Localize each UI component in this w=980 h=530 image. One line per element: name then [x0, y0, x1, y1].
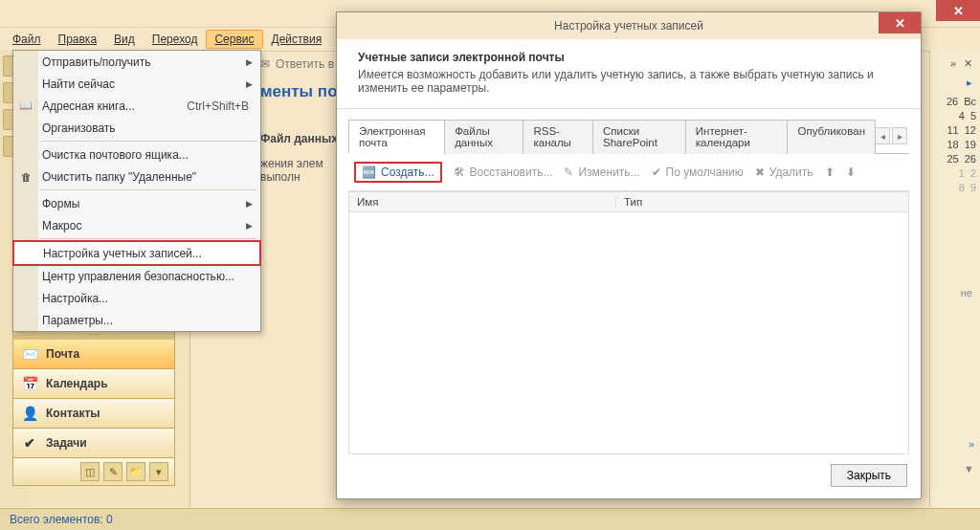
mini-calendar-partial: 26Вс 45 1112 1819 2526 12 89	[930, 89, 980, 201]
tab-rss[interactable]: RSS-каналы	[523, 120, 593, 154]
nav-mail[interactable]: ✉️ Почта	[12, 340, 175, 369]
delete-icon: ✖	[755, 166, 765, 179]
address-book-icon: 📖	[18, 99, 33, 114]
tab-datafiles[interactable]: Файлы данных	[444, 120, 523, 154]
menu-file[interactable]: Файл	[4, 30, 50, 49]
chevron-right-icon[interactable]: »	[950, 57, 956, 69]
menu-find-now[interactable]: Найти сейчас▶	[13, 73, 260, 95]
menu-macro[interactable]: Макрос▶	[13, 214, 260, 236]
tab-scroll[interactable]: ◂▸	[875, 119, 909, 153]
task-dropdown-icon[interactable]: ▼	[964, 463, 974, 475]
contacts-icon: 👤	[21, 405, 38, 422]
menu-go[interactable]: Переход	[144, 30, 207, 49]
move-down-button: ⬇	[846, 166, 856, 179]
content-partial: менты по Файл данных жения элем выполн	[260, 54, 338, 184]
repair-account-button: 🛠 Восстановить...	[454, 166, 553, 179]
nav-tasks[interactable]: ✔ Задачи	[12, 429, 175, 458]
calendar-icon: 📅	[21, 375, 38, 392]
datafile-label: Файл данных	[260, 132, 338, 145]
todo-bar: » ✕ ▸ 26Вс 45 1112 1819 2526 12 89 не » …	[929, 50, 980, 507]
nav-configure-icon[interactable]: ▾	[149, 462, 168, 481]
tab-sharepoint[interactable]: Списки SharePoint	[592, 120, 686, 154]
account-settings-dialog: Настройка учетных записей ✕ Учетные запи…	[336, 11, 922, 499]
dialog-close-button[interactable]: ✕	[879, 12, 921, 33]
menu-view[interactable]: Вид	[105, 30, 144, 49]
menu-send-receive[interactable]: Отправить/получить▶	[13, 51, 260, 73]
dialog-title-bar[interactable]: Настройка учетных записей ✕	[337, 12, 921, 39]
accounts-toolbar: 🆕 Создать... 🛠 Восстановить... ✎ Изменит…	[348, 154, 909, 191]
nav-footer: ◫ ✎ 📁 ▾	[12, 458, 175, 486]
dialog-heading: Учетные записи электронной почты	[358, 51, 900, 64]
menu-trust-center[interactable]: Центр управления безопасностью...	[13, 265, 260, 287]
tasks-icon: ✔	[21, 434, 38, 452]
dialog-title: Настройка учетных записей	[554, 19, 703, 33]
menu-customize[interactable]: Настройка...	[13, 287, 260, 309]
col-name[interactable]: Имя	[349, 196, 616, 208]
dialog-close-footer-button[interactable]: Закрыть	[831, 464, 907, 487]
new-account-button[interactable]: 🆕 Создать...	[362, 166, 434, 179]
tab-email[interactable]: Электронная почта	[348, 120, 445, 154]
accounts-list[interactable]	[348, 212, 909, 454]
menu-tools[interactable]: Сервис	[206, 30, 262, 49]
navigation-pane: ····· ✉️ Почта 📅 Календарь 👤 Контакты ✔ …	[12, 331, 175, 486]
nav-shortcut-icon[interactable]: ✎	[103, 462, 122, 481]
todo-chevron[interactable]: ▸	[930, 77, 980, 89]
remove-account-button: ✖ Удалить	[755, 166, 813, 179]
dialog-subheading: Имеется возможность добавить или удалить…	[358, 68, 900, 95]
new-account-button-highlight: 🆕 Создать...	[354, 162, 442, 183]
content-line2: выполн	[260, 170, 338, 184]
change-account-button: ✎ Изменить...	[564, 166, 639, 179]
check-icon: ✔	[652, 166, 661, 179]
tab-internet-calendars[interactable]: Интернет-календари	[685, 120, 789, 154]
nav-grip[interactable]: ·····	[12, 331, 175, 340]
new-icon: 🆕	[362, 166, 376, 179]
dialog-tabs: Электронная почта Файлы данных RSS-канал…	[348, 119, 909, 154]
menu-account-settings[interactable]: Настройка учетных записей...	[12, 240, 261, 266]
tools-dropdown: Отправить/получить▶ Найти сейчас▶ 📖 Адре…	[12, 50, 261, 332]
menu-edit[interactable]: Правка	[50, 30, 106, 49]
status-bar: Всего элементов: 0	[0, 508, 980, 530]
status-text: Всего элементов: 0	[10, 513, 113, 526]
close-icon[interactable]: ✕	[964, 57, 972, 70]
accounts-list-header: Имя Тип	[348, 191, 909, 212]
tab-published[interactable]: Опубликован	[787, 120, 876, 154]
trash-icon: 🗑	[18, 169, 33, 185]
menu-actions[interactable]: Действия	[263, 30, 331, 49]
窗口-close-button[interactable]: ✕	[936, 0, 980, 21]
menu-address-book[interactable]: 📖 Адресная книга... Ctrl+Shift+B	[13, 95, 260, 117]
move-up-button: ⬆	[825, 166, 835, 179]
mail-icon: ✉️	[21, 345, 38, 363]
menu-empty-deleted[interactable]: 🗑 Очистить папку "Удаленные"	[13, 166, 260, 188]
nav-shortcut-icon[interactable]: ◫	[80, 462, 100, 481]
set-default-button: ✔ По умолчанию	[652, 166, 744, 179]
nav-shortcut-icon[interactable]: 📁	[126, 462, 145, 481]
menu-forms[interactable]: Формы▶	[13, 192, 260, 214]
repair-icon: 🛠	[454, 166, 465, 179]
later-text: не	[930, 287, 980, 298]
menu-options[interactable]: Параметры...	[13, 309, 260, 331]
edit-icon: ✎	[564, 166, 573, 179]
dialog-header: Учетные записи электронной почты Имеется…	[337, 39, 921, 109]
nav-contacts[interactable]: 👤 Контакты	[12, 399, 175, 429]
content-heading-partial: менты по	[260, 82, 338, 101]
nav-calendar[interactable]: 📅 Календарь	[12, 369, 175, 399]
menu-mailbox-cleanup[interactable]: Очистка почтового ящика...	[13, 144, 260, 166]
menu-organize[interactable]: Организовать	[13, 117, 260, 139]
content-line1: жения элем	[260, 157, 338, 170]
col-type[interactable]: Тип	[616, 196, 908, 208]
task-chevron[interactable]: »	[969, 438, 974, 450]
